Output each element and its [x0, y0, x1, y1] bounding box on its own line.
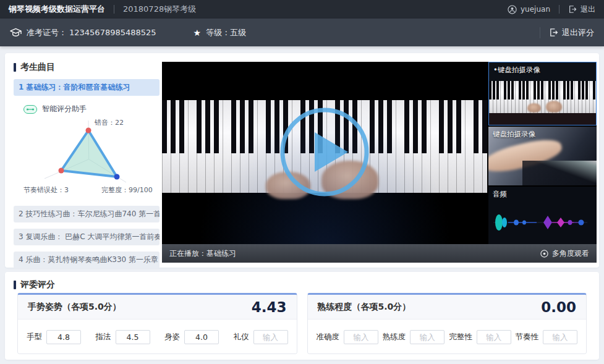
radar-area [61, 130, 117, 177]
playlist-title: 考生曲目 [14, 62, 160, 73]
score-card-proficiency-header: 熟练程度（各项5.0分） 0.00 [308, 295, 587, 320]
etiquette-input[interactable] [253, 330, 288, 344]
radar-label-rhythm-errors: 节奏错误处：3 [23, 186, 69, 194]
card-total-score: 0.00 [541, 299, 576, 315]
card-title: 熟练程度（各项5.0分） [318, 302, 411, 313]
field-completeness: 完整性 [449, 330, 511, 344]
field-label: 完整性 [449, 332, 472, 342]
multi-angle-button[interactable]: 多角度观看 [540, 248, 589, 259]
field-rhythm: 节奏性 [515, 330, 577, 344]
user-avatar-icon [508, 5, 517, 14]
audio-track-panel[interactable]: 音频 [488, 187, 597, 244]
exit-scoring-button[interactable]: 退出评分 [562, 27, 594, 38]
scoring-title: 评委评分 [14, 279, 55, 290]
thumbnail-2-label: 键盘拍摄录像 [493, 130, 535, 139]
angle-thumbnails-column: •键盘拍摄录像 键盘拍摄录像 音频 [488, 62, 597, 244]
radar-dot-rhythm-errors [59, 168, 64, 174]
accuracy-input[interactable] [344, 330, 378, 344]
video-status-bar: 正在播放：基础练习 多角度观看 [162, 244, 597, 263]
field-etiquette: 礼仪 [234, 330, 288, 344]
smart-score-assistant[interactable]: 智能评分助手 [23, 104, 160, 114]
rhythm-input[interactable] [543, 330, 577, 344]
score-card-posture-header: 手势姿势（各项5.0分） 4.43 [18, 295, 297, 320]
divider [114, 5, 114, 14]
field-label: 熟练度 [383, 332, 406, 342]
thumbnail-keyboard-side[interactable]: 键盘拍摄录像 [488, 127, 597, 185]
radar-label-completeness: 完整度：99/100 [101, 186, 153, 194]
song-item-1[interactable]: 1 基础练习：音阶和琶音基础练习 [14, 79, 160, 96]
song-item-4[interactable]: 4 乐曲：莫扎特钢琴奏鸣曲K330 第一乐章 [14, 252, 160, 268]
ticket-number: 12345678985488525 [69, 28, 156, 37]
username: yuejuan [521, 5, 550, 14]
judge-scoring-panel: 评委评分 手势姿势（各项5.0分） 4.43 手型 指法 身姿 [5, 272, 599, 360]
multi-angle-icon [540, 250, 548, 258]
audio-label: 音频 [493, 190, 507, 199]
proficiency-input[interactable] [410, 330, 444, 344]
title-accent-bar [14, 281, 16, 289]
title-accent-bar [14, 63, 16, 72]
exit-scoring-icon [549, 28, 558, 37]
radar-dot-completeness [114, 174, 120, 180]
completeness-input[interactable] [477, 330, 511, 344]
assistant-label: 智能评分助手 [42, 104, 87, 114]
field-proficiency: 熟练度 [383, 330, 445, 344]
thumbnail-keyboard-top[interactable]: •键盘拍摄录像 [488, 62, 597, 125]
field-label: 手型 [27, 332, 42, 342]
radar-chart: 错音：22 节奏错误处：3 完整度：99/100 [14, 114, 160, 200]
exam-main-panel: 考生曲目 1 基础练习：音阶和琶音基础练习 智能评分助手 错音：22 节奏错误处… [5, 53, 599, 268]
field-label: 身姿 [164, 332, 180, 342]
fingering-input[interactable] [116, 330, 150, 344]
session-title: 20180728钢琴考级 [123, 4, 196, 15]
now-playing-text: 正在播放：基础练习 [169, 248, 236, 259]
logout-button[interactable]: 退出 [581, 4, 595, 15]
field-label: 指法 [96, 332, 111, 342]
radar-label-wrong-notes: 错音：22 [94, 119, 124, 127]
playlist-sidebar: 考生曲目 1 基础练习：音阶和琶音基础练习 智能评分助手 错音：22 节奏错误处… [14, 62, 160, 268]
score-card-posture: 手势姿势（各项5.0分） 4.43 手型 指法 身姿 礼仪 [17, 293, 297, 354]
graduation-cap-icon [10, 28, 22, 38]
card-title: 手势姿势（各项5.0分） [28, 302, 121, 313]
divider [540, 27, 540, 38]
hand-shape-input[interactable] [46, 330, 81, 344]
body-posture-input[interactable] [184, 330, 219, 344]
app-title: 钢琴视频考级数据运营平台 [9, 4, 105, 15]
level-value: 等级：五级 [206, 27, 246, 38]
thumb-hand-left [527, 103, 541, 112]
logout-icon [568, 5, 577, 14]
field-accuracy: 准确度 [317, 330, 379, 344]
thumb-piano-body [489, 113, 596, 125]
field-label: 准确度 [317, 332, 340, 342]
multi-angle-label: 多角度观看 [552, 248, 589, 259]
thumb-piano-keys [489, 81, 596, 113]
assistant-toggle-icon [23, 105, 37, 114]
radar-dot-wrong-notes [86, 128, 91, 133]
field-body-posture: 身姿 [164, 330, 219, 344]
ticket-label: 准考证号： [27, 27, 67, 38]
star-icon: ★ [194, 28, 202, 38]
piano-edge-image [522, 161, 597, 185]
playlist-title-text: 考生曲目 [20, 62, 55, 73]
video-player-area: •键盘拍摄录像 键盘拍摄录像 音频 [162, 62, 597, 263]
field-label: 礼仪 [234, 332, 249, 342]
field-hand-shape: 手型 [27, 330, 81, 344]
field-fingering: 指法 [96, 330, 150, 344]
card-total-score: 4.43 [252, 299, 287, 315]
exam-info-bar: 准考证号： 12345678985488525 ★ 等级：五级 退出评分 [0, 19, 604, 46]
main-video[interactable] [162, 62, 487, 244]
divider [559, 5, 559, 14]
scoring-title-text: 评委评分 [20, 279, 55, 290]
thumb-hand-right [546, 101, 562, 112]
song-item-2[interactable]: 2 技巧性练习曲：车尔尼练习曲740 第一首 [14, 206, 160, 222]
top-header: 钢琴视频考级数据运营平台 20180728钢琴考级 yuejuan 退出 [0, 0, 604, 19]
thumbnail-1-label: •键盘拍摄录像 [493, 66, 540, 75]
field-label: 节奏性 [515, 332, 538, 342]
score-card-proficiency: 熟练程度（各项5.0分） 0.00 准确度 熟练度 完整性 节奏性 [307, 293, 587, 354]
play-button[interactable] [278, 105, 372, 201]
song-item-3[interactable]: 3 复调乐曲： 巴赫C 大调平均律第一首前奏曲 [14, 229, 160, 245]
